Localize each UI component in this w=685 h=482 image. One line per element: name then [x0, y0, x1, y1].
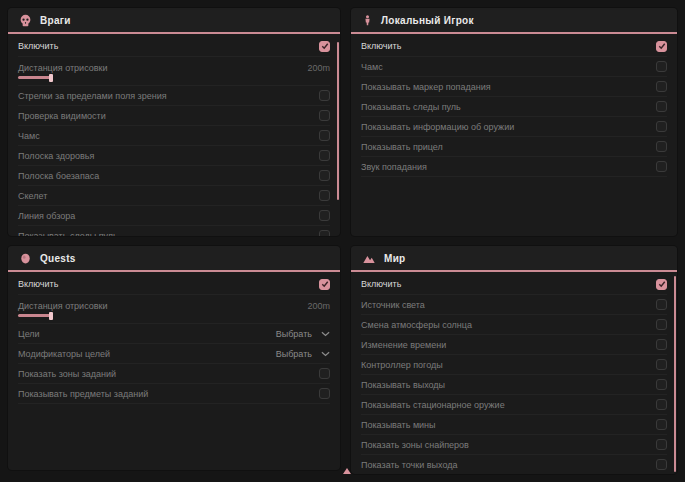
- checkbox-checked[interactable]: [656, 279, 667, 290]
- slider-track[interactable]: [18, 314, 330, 318]
- row-label: Полоска боезапаса: [18, 171, 99, 181]
- checkbox-unchecked[interactable]: [319, 190, 330, 201]
- toggle-row[interactable]: Изменение времени: [361, 335, 667, 355]
- checkbox-unchecked[interactable]: [319, 230, 330, 236]
- toggle-row[interactable]: Показывать выходы: [361, 375, 667, 395]
- slider-track[interactable]: [18, 76, 330, 80]
- toggle-row[interactable]: Показывать предметы заданий: [18, 384, 330, 404]
- row-label: Чамс: [361, 62, 383, 72]
- dropdown[interactable]: Выбрать: [276, 329, 330, 339]
- toggle-row[interactable]: Показывать мины: [361, 415, 667, 435]
- toggle-row[interactable]: Показать зоны снайперов: [361, 435, 667, 455]
- checkbox-unchecked[interactable]: [656, 339, 667, 350]
- slider-fill: [18, 314, 51, 317]
- checkbox-unchecked[interactable]: [319, 130, 330, 141]
- toggle-row[interactable]: Чамс: [361, 57, 667, 77]
- select-row[interactable]: ЦелиВыбрать: [18, 324, 330, 344]
- checkbox-unchecked[interactable]: [656, 399, 667, 410]
- toggle-row[interactable]: Включить: [18, 36, 330, 57]
- row-label: Показать зоны снайперов: [361, 440, 469, 450]
- checkbox-unchecked[interactable]: [319, 368, 330, 379]
- select-row[interactable]: Модификаторы целейВыбрать: [18, 344, 330, 364]
- toggle-row[interactable]: Скелет: [18, 186, 330, 206]
- slider-fill: [18, 76, 51, 79]
- row-label: Показывать прицел: [361, 142, 443, 152]
- checkbox-unchecked[interactable]: [319, 210, 330, 221]
- checkbox-unchecked[interactable]: [656, 319, 667, 330]
- slider-value: 200m: [307, 301, 330, 311]
- toggle-row[interactable]: Показывать прицел: [361, 137, 667, 157]
- row-label: Показывать стационарное оружие: [361, 400, 505, 410]
- checkbox-unchecked[interactable]: [319, 90, 330, 101]
- slider-handle[interactable]: [49, 312, 53, 320]
- toggle-row[interactable]: Звук попадания: [361, 157, 667, 177]
- checkbox-checked[interactable]: [319, 279, 330, 290]
- chevron-down-icon: [321, 329, 330, 339]
- toggle-row[interactable]: Показывать следы пуль: [361, 97, 667, 117]
- slider-labels: Дистанция отрисовки200m: [18, 63, 330, 73]
- toggle-row[interactable]: Полоска боезапаса: [18, 166, 330, 186]
- slider-handle[interactable]: [49, 74, 53, 82]
- toggle-row[interactable]: Показывать маркер попадания: [361, 77, 667, 97]
- checkbox-unchecked[interactable]: [656, 359, 667, 370]
- checkbox-unchecked[interactable]: [319, 110, 330, 121]
- checkbox-unchecked[interactable]: [656, 419, 667, 430]
- settings-list: ВключитьДистанция отрисовки200mСтрелки з…: [8, 34, 340, 236]
- row-label: Показывать маркер попадания: [361, 82, 491, 92]
- checkbox-unchecked[interactable]: [656, 61, 667, 72]
- scrollbar[interactable]: [337, 42, 339, 200]
- row-label: Изменение времени: [361, 340, 446, 350]
- toggle-row[interactable]: Смена атмосферы солнца: [361, 315, 667, 335]
- toggle-row[interactable]: Контроллер погоды: [361, 355, 667, 375]
- row-label: Цели: [18, 329, 40, 339]
- toggle-row[interactable]: Стрелки за пределами поля зрения: [18, 86, 330, 106]
- toggle-row[interactable]: Источник света: [361, 295, 667, 315]
- toggle-row[interactable]: Включить: [18, 274, 330, 295]
- checkbox-unchecked[interactable]: [656, 81, 667, 92]
- toggle-row[interactable]: Полоска здоровья: [18, 146, 330, 166]
- panel-title: Враги: [40, 15, 71, 26]
- checkbox-unchecked[interactable]: [319, 150, 330, 161]
- slider-row[interactable]: Дистанция отрисовки200m: [18, 295, 330, 324]
- toggle-row[interactable]: Показывать информацию об оружии: [361, 117, 667, 137]
- row-label: Включить: [18, 279, 58, 289]
- settings-list: ВключитьЧамсПоказывать маркер попаданияП…: [351, 34, 677, 179]
- settings-list: ВключитьДистанция отрисовки200mЦелиВыбра…: [8, 272, 340, 406]
- row-label: Показывать следы пуль: [361, 102, 461, 112]
- checkbox-unchecked[interactable]: [656, 379, 667, 390]
- toggle-row[interactable]: Показывать стационарное оружие: [361, 395, 667, 415]
- toggle-row[interactable]: Включить: [361, 274, 667, 295]
- checkbox-checked[interactable]: [656, 41, 667, 52]
- toggle-row[interactable]: Чамс: [18, 126, 330, 146]
- row-label: Включить: [361, 41, 401, 51]
- row-label: Чамс: [18, 131, 40, 141]
- checkbox-unchecked[interactable]: [656, 121, 667, 132]
- dropdown[interactable]: Выбрать: [276, 349, 330, 359]
- checkbox-unchecked[interactable]: [656, 299, 667, 310]
- checkbox-unchecked[interactable]: [319, 388, 330, 399]
- row-label: Модификаторы целей: [18, 349, 110, 359]
- toggle-row[interactable]: Проверка видимости: [18, 106, 330, 126]
- toggle-row[interactable]: Показать точки выхода: [361, 455, 667, 474]
- toggle-row[interactable]: Включить: [361, 36, 667, 57]
- mountain-icon: [362, 252, 376, 265]
- checkbox-unchecked[interactable]: [656, 101, 667, 112]
- row-label: Включить: [18, 41, 58, 51]
- settings-list: ВключитьИсточник светаСмена атмосферы со…: [351, 272, 677, 474]
- checkbox-checked[interactable]: [319, 41, 330, 52]
- row-label: Дистанция отрисовки: [18, 63, 108, 73]
- toggle-row[interactable]: Линия обзора: [18, 206, 330, 226]
- checkbox-unchecked[interactable]: [656, 439, 667, 450]
- toggle-row[interactable]: Показать зоны заданий: [18, 364, 330, 384]
- checkbox-unchecked[interactable]: [319, 170, 330, 181]
- scrollbar[interactable]: [674, 276, 676, 472]
- slider-row[interactable]: Дистанция отрисовки200m: [18, 57, 330, 86]
- panel-enemies-header: Враги: [8, 8, 340, 34]
- row-label: Смена атмосферы солнца: [361, 320, 472, 330]
- row-label: Стрелки за пределами поля зрения: [18, 91, 167, 101]
- checkbox-unchecked[interactable]: [656, 161, 667, 172]
- checkbox-unchecked[interactable]: [656, 141, 667, 152]
- checkbox-unchecked[interactable]: [656, 459, 667, 470]
- toggle-row[interactable]: Показывать следы пуль: [18, 226, 330, 236]
- dropdown-value: Выбрать: [276, 349, 312, 359]
